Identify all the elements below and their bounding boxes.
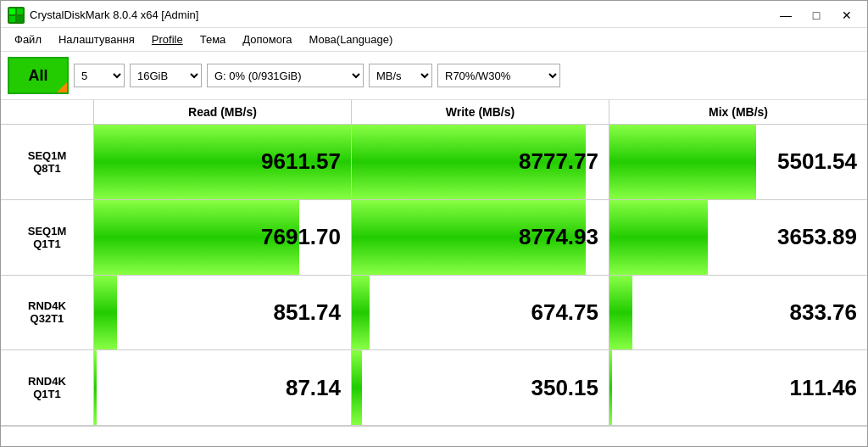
all-button[interactable]: All: [8, 57, 69, 94]
read-cell: 87.14: [94, 350, 352, 425]
menu-item-language[interactable]: Мова(Language): [303, 31, 400, 47]
write-cell: 8774.93: [352, 200, 609, 275]
write-cell: 350.15: [352, 350, 609, 425]
window-controls: — □ ✕: [772, 7, 860, 24]
row-label: SEQ1MQ1T1: [1, 200, 94, 275]
write-value: 674.75: [531, 299, 598, 326]
svg-rect-3: [9, 16, 15, 22]
menu-item-[interactable]: Файл: [8, 31, 48, 47]
write-value: 8777.77: [519, 148, 598, 175]
size-select[interactable]: 16GiB: [130, 64, 202, 87]
col-read-header: Read (MB/s): [94, 100, 352, 124]
profile-select[interactable]: R70%/W30%: [437, 64, 560, 87]
row-label: SEQ1MQ8T1: [1, 125, 94, 199]
svg-rect-2: [17, 8, 23, 14]
toolbar: All 5 16GiB G: 0% (0/931GiB) MB/s R70%/W…: [1, 52, 867, 100]
write-cell: 674.75: [352, 276, 609, 350]
menubar: ФайлНалаштуванняProfileТемаДопомогаМова(…: [1, 28, 867, 52]
read-value: 851.74: [273, 299, 341, 326]
table-row: SEQ1MQ1T17691.708774.933653.89: [1, 200, 867, 276]
menu-item-[interactable]: Допомога: [236, 31, 298, 47]
count-select[interactable]: 5: [74, 64, 125, 87]
unit-select[interactable]: MB/s: [369, 64, 432, 87]
menu-item-profile[interactable]: Profile: [145, 31, 190, 47]
svg-rect-4: [17, 16, 23, 22]
svg-rect-1: [9, 8, 15, 14]
mix-value: 3653.89: [777, 224, 857, 250]
write-value: 8774.93: [519, 224, 598, 250]
read-value: 87.14: [286, 375, 341, 401]
status-bar: [1, 426, 867, 446]
col-mix-header: Mix (MB/s): [609, 100, 867, 124]
app-icon: [8, 7, 25, 24]
row-label: RND4KQ32T1: [1, 276, 94, 350]
mix-cell: 833.76: [609, 276, 867, 350]
column-headers: Read (MB/s) Write (MB/s) Mix (MB/s): [1, 100, 867, 125]
table-row: RND4KQ1T187.14350.15111.46: [1, 350, 867, 426]
read-cell: 7691.70: [94, 200, 352, 275]
mix-cell: 111.46: [609, 350, 867, 425]
table-row: SEQ1MQ8T19611.578777.775501.54: [1, 125, 867, 200]
app-window: CrystalDiskMark 8.0.4 x64 [Admin] — □ ✕ …: [0, 0, 868, 447]
menu-item-[interactable]: Тема: [193, 31, 233, 47]
titlebar: CrystalDiskMark 8.0.4 x64 [Admin] — □ ✕: [1, 1, 867, 28]
read-cell: 851.74: [94, 276, 352, 350]
maximize-button[interactable]: □: [803, 7, 830, 24]
read-cell: 9611.57: [94, 125, 352, 199]
close-button[interactable]: ✕: [833, 7, 860, 24]
data-rows: SEQ1MQ8T19611.578777.775501.54SEQ1MQ1T17…: [1, 125, 867, 426]
col-label-header: [1, 100, 94, 124]
write-value: 350.15: [531, 375, 598, 401]
menu-item-[interactable]: Налаштування: [52, 31, 142, 47]
drive-select[interactable]: G: 0% (0/931GiB): [207, 64, 364, 87]
mix-value: 111.46: [789, 375, 857, 401]
read-value: 7691.70: [261, 224, 341, 250]
read-value: 9611.57: [261, 148, 341, 175]
titlebar-left: CrystalDiskMark 8.0.4 x64 [Admin]: [8, 7, 198, 24]
mix-value: 5501.54: [777, 148, 857, 175]
window-title: CrystalDiskMark 8.0.4 x64 [Admin]: [30, 8, 198, 21]
mix-cell: 5501.54: [609, 125, 867, 199]
minimize-button[interactable]: —: [772, 7, 799, 24]
mix-cell: 3653.89: [609, 200, 867, 275]
col-write-header: Write (MB/s): [352, 100, 609, 124]
table-row: RND4KQ32T1851.74674.75833.76: [1, 276, 867, 351]
mix-value: 833.76: [789, 299, 857, 326]
row-label: RND4KQ1T1: [1, 350, 94, 425]
write-cell: 8777.77: [352, 125, 609, 199]
